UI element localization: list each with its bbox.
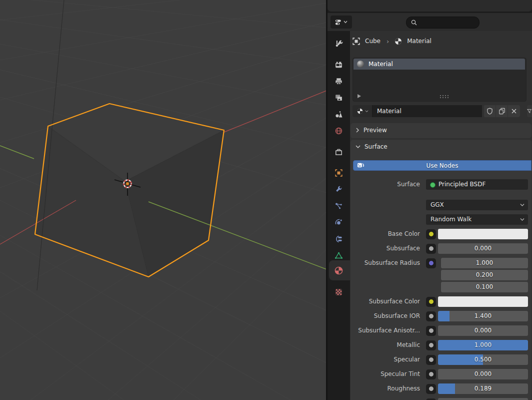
base-color-swatch[interactable] bbox=[438, 229, 528, 239]
use-nodes-button[interactable]: Use Nodes bbox=[353, 160, 532, 171]
distribution-dropdown[interactable]: GGX bbox=[426, 200, 528, 210]
surface-shader-button[interactable]: Principled BSDF bbox=[426, 179, 528, 190]
vector-socket-dot bbox=[428, 260, 434, 266]
tab-material[interactable] bbox=[328, 262, 350, 278]
tab-object[interactable] bbox=[328, 165, 350, 181]
chevron-down-icon bbox=[344, 21, 348, 24]
subsurface-radius-socket[interactable] bbox=[426, 258, 436, 268]
unlink-material-button[interactable] bbox=[508, 105, 520, 117]
yellow-socket-dot bbox=[428, 299, 434, 304]
subsurface-color-label: Subsurface Color bbox=[350, 296, 420, 307]
texture-checker-icon bbox=[334, 288, 343, 296]
distribution-value: GGX bbox=[430, 200, 444, 210]
tab-modifiers[interactable] bbox=[328, 181, 350, 197]
roughness-label: Roughness bbox=[350, 383, 420, 394]
chevron-down-icon bbox=[365, 110, 368, 113]
search-field[interactable] bbox=[406, 17, 480, 29]
breadcrumb-object[interactable]: Cube bbox=[365, 38, 380, 45]
metallic-row: Metallic 1.000 bbox=[350, 340, 532, 350]
clipped-filter-button[interactable] bbox=[527, 105, 532, 117]
base-color-socket[interactable] bbox=[426, 229, 436, 239]
funnel-icon bbox=[527, 108, 532, 115]
subsurface-anisotropy-row: Subsurface Anisotr... 0.000 bbox=[350, 325, 532, 336]
nodes-icon bbox=[357, 162, 364, 169]
slot-list-expand-arrow[interactable] bbox=[358, 94, 361, 98]
next-param-slider[interactable] bbox=[438, 398, 528, 400]
material-datablock-row: Material bbox=[350, 105, 532, 117]
subsurface-anisotropy-socket[interactable] bbox=[426, 326, 436, 336]
browse-material-button[interactable] bbox=[352, 105, 372, 117]
scene-icon bbox=[334, 110, 343, 119]
3d-viewport[interactable] bbox=[0, 0, 326, 400]
subsurface-radius-y[interactable]: 0.200 bbox=[441, 270, 528, 280]
tab-physics[interactable] bbox=[328, 214, 350, 230]
subsurface-method-dropdown[interactable]: Random Walk bbox=[426, 214, 528, 225]
subsurface-ior-row: Subsurface IOR 1.400 bbox=[350, 311, 532, 321]
tab-output[interactable] bbox=[328, 73, 350, 89]
specular-slider[interactable]: 0.500 bbox=[438, 354, 528, 365]
metallic-label: Metallic bbox=[350, 340, 420, 350]
next-param-row-clipped bbox=[350, 398, 532, 400]
shield-icon bbox=[486, 108, 493, 115]
output-printer-icon bbox=[334, 77, 343, 86]
tab-particles[interactable] bbox=[328, 198, 350, 214]
specular-socket[interactable] bbox=[426, 355, 436, 365]
metallic-socket[interactable] bbox=[426, 340, 436, 350]
gray-socket-dot bbox=[428, 386, 434, 391]
subsurface-radius-row: Subsurface Radius 1.000 bbox=[350, 258, 532, 268]
fake-user-button[interactable] bbox=[484, 105, 496, 117]
tab-object-data[interactable] bbox=[328, 247, 350, 263]
subsurface-color-socket[interactable] bbox=[426, 297, 436, 307]
close-icon bbox=[511, 108, 517, 114]
material-slot-name: Material bbox=[368, 61, 393, 68]
particles-icon bbox=[334, 202, 343, 210]
tab-world[interactable] bbox=[328, 123, 350, 139]
subsurface-ior-slider[interactable]: 1.400 bbox=[438, 311, 528, 321]
subsurface-ior-socket[interactable] bbox=[426, 311, 436, 321]
roughness-row: Roughness 0.189 bbox=[350, 383, 532, 394]
preview-panel: Preview bbox=[350, 123, 532, 138]
tab-constraints[interactable] bbox=[328, 231, 350, 247]
subsurface-radius-z[interactable]: 0.100 bbox=[441, 282, 528, 292]
new-material-button[interactable] bbox=[496, 105, 508, 117]
editor-above-bottom-edge bbox=[328, 0, 532, 12]
specular-tint-slider[interactable]: 0.000 bbox=[438, 369, 528, 379]
search-input[interactable] bbox=[420, 19, 472, 27]
properties-editor: Cube › Material Material bbox=[328, 0, 532, 400]
chevron-down-icon bbox=[520, 218, 524, 221]
tab-collection[interactable] bbox=[328, 144, 350, 160]
modifier-wrench-icon bbox=[334, 185, 343, 194]
base-color-label: Base Color bbox=[350, 229, 420, 239]
slot-list-resize-grip[interactable] bbox=[440, 95, 449, 98]
roughness-slider[interactable]: 0.189 bbox=[438, 383, 528, 394]
roughness-socket[interactable] bbox=[426, 384, 436, 394]
material-slot-list[interactable]: Material bbox=[352, 58, 526, 102]
preview-panel-header[interactable]: Preview bbox=[350, 123, 532, 137]
metallic-slider[interactable]: 1.000 bbox=[438, 340, 528, 350]
object-data-mesh-icon bbox=[334, 251, 343, 260]
next-param-socket[interactable] bbox=[426, 398, 436, 400]
tab-texture[interactable] bbox=[328, 284, 350, 300]
gray-socket-dot bbox=[428, 371, 434, 377]
subsurface-radius-x[interactable]: 1.000 bbox=[441, 258, 528, 268]
material-name-field[interactable]: Material bbox=[372, 105, 482, 117]
surface-panel-header[interactable]: Surface bbox=[350, 140, 532, 153]
tab-scene[interactable] bbox=[328, 106, 350, 122]
properties-header bbox=[328, 13, 532, 31]
surface-panel: Surface Use Nodes Surface bbox=[350, 140, 532, 400]
subsurface-radius-label: Subsurface Radius bbox=[350, 258, 420, 268]
world-globe-icon bbox=[334, 127, 343, 135]
tab-render[interactable] bbox=[328, 57, 350, 73]
subsurface-socket[interactable] bbox=[426, 244, 436, 254]
subsurface-anisotropy-slider[interactable]: 0.000 bbox=[438, 325, 528, 336]
editor-type-button[interactable] bbox=[330, 16, 352, 29]
subsurface-radius-row-y: 0.200 bbox=[350, 270, 532, 280]
subsurface-color-swatch[interactable] bbox=[438, 296, 528, 307]
material-slot-selected[interactable]: Material bbox=[354, 59, 525, 70]
breadcrumb-material[interactable]: Material bbox=[407, 38, 432, 45]
tab-tool[interactable] bbox=[328, 36, 350, 52]
subsurface-slider[interactable]: 0.000 bbox=[438, 243, 528, 254]
tab-view-layer[interactable] bbox=[328, 90, 350, 106]
tool-icon bbox=[334, 40, 343, 48]
specular-tint-socket[interactable] bbox=[426, 369, 436, 379]
